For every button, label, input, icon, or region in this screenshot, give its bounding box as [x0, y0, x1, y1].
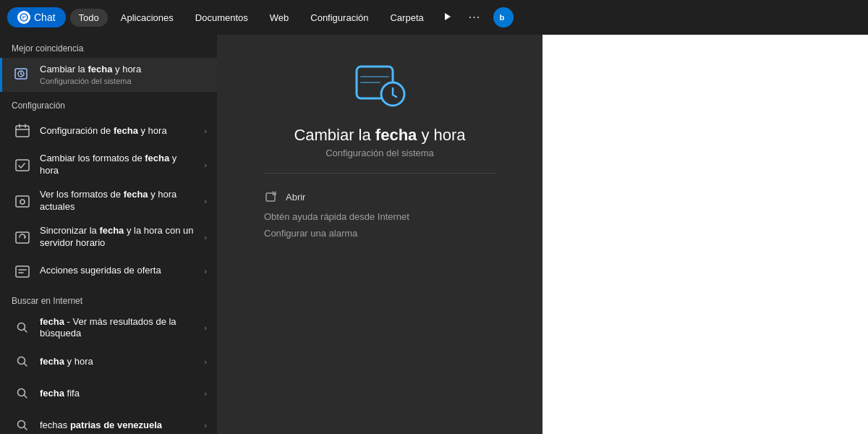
main-content: Mejor coincidencia Cambiar la fecha y ho…: [0, 35, 868, 434]
search-icon-1: [12, 352, 33, 372]
chevron-icon-internet-1: ›: [204, 357, 207, 366]
chat-label: Chat: [34, 12, 56, 23]
chevron-icon-internet-3: ›: [204, 421, 207, 430]
config-item-1[interactable]: Cambiar los formatos de fecha y hora ›: [0, 147, 217, 183]
config-item-2[interactable]: Ver los formatos de fecha y hora actuale…: [0, 183, 217, 219]
open-label: Abrir: [286, 192, 305, 203]
internet-header: Buscar en Internet: [0, 287, 217, 310]
config-item-3[interactable]: Sincronizar la fecha y la hora con un se…: [0, 219, 217, 255]
tab-configuracion[interactable]: Configuración: [302, 9, 377, 27]
play-icon-button[interactable]: [437, 9, 459, 27]
best-match-title: Cambiar la fecha y hora: [40, 64, 207, 76]
sync-icon: [12, 227, 33, 247]
config-item-1-title: Cambiar los formatos de fecha y hora: [40, 153, 197, 177]
internet-item-1[interactable]: fecha y hora ›: [0, 346, 217, 378]
config-item-1-text: Cambiar los formatos de fecha y hora: [40, 153, 197, 177]
tab-aplicaciones[interactable]: Aplicaciones: [112, 9, 182, 27]
svg-rect-7: [16, 196, 29, 207]
date-settings-icon: [12, 121, 33, 141]
open-action[interactable]: Abrir: [264, 185, 495, 208]
config-item-0-text: Configuración de fecha y hora: [40, 125, 197, 137]
config-item-4[interactable]: Acciones sugeridas de oferta ›: [0, 255, 217, 287]
search-icon-2: [12, 383, 33, 404]
open-icon: [264, 191, 278, 203]
chevron-icon-2: ›: [204, 197, 207, 205]
best-match-subtitle: Configuración del sistema: [40, 76, 207, 86]
internet-item-3-text: fechas patrias de venezuela: [40, 420, 197, 432]
chevron-icon-internet-0: ›: [204, 323, 207, 332]
internet-item-3-title: fechas patrias de venezuela: [40, 420, 197, 432]
search-icon-3: [12, 415, 33, 434]
alarm-action[interactable]: Configurar una alarma: [264, 225, 495, 242]
chat-button[interactable]: Chat: [7, 7, 66, 27]
svg-rect-5: [16, 126, 29, 137]
svg-marker-1: [445, 13, 451, 20]
tab-documentos[interactable]: Documentos: [187, 9, 257, 27]
view-format-icon: [12, 191, 33, 211]
config-item-2-title: Ver los formatos de fecha y hora actuale…: [40, 189, 197, 213]
best-match-item[interactable]: Cambiar la fecha y hora Configuración de…: [0, 58, 217, 92]
config-item-3-text: Sincronizar la fecha y la hora con un se…: [40, 225, 197, 250]
internet-item-2-title: fecha fifa: [40, 388, 197, 400]
config-item-3-title: Sincronizar la fecha y la hora con un se…: [40, 225, 197, 250]
detail-main-icon: [351, 56, 409, 114]
suggested-actions-icon: [12, 261, 33, 281]
clock-settings-icon: [12, 65, 33, 85]
internet-item-1-title: fecha y hora: [40, 356, 197, 368]
right-panel: Cambiar la fecha y hora Configuración de…: [217, 35, 542, 434]
quick-help-text: Obtén ayuda rápida desde Internet: [264, 208, 495, 225]
svg-rect-10: [16, 266, 29, 277]
svg-point-0: [20, 14, 27, 21]
config-item-2-text: Ver los formatos de fecha y hora actuale…: [40, 189, 197, 213]
chevron-icon-internet-2: ›: [204, 389, 207, 398]
config-item-4-text: Acciones sugeridas de oferta: [40, 265, 197, 277]
tab-web[interactable]: Web: [261, 9, 298, 27]
chat-icon: [17, 11, 30, 24]
detail-subtitle: Configuración del sistema: [326, 148, 434, 158]
chevron-icon-4: ›: [204, 267, 207, 276]
internet-item-0-title: fecha - Ver más resultados de la búsqued…: [40, 316, 197, 341]
internet-item-1-text: fecha y hora: [40, 356, 197, 368]
left-panel: Mejor coincidencia Cambiar la fecha y ho…: [0, 35, 217, 434]
tab-carpeta[interactable]: Carpeta: [381, 9, 432, 27]
bing-button[interactable]: b: [493, 7, 514, 27]
format-change-icon: [12, 155, 33, 175]
chevron-icon-0: ›: [204, 127, 207, 135]
search-icon-0: [12, 318, 33, 338]
config-header: Configuración: [0, 92, 217, 115]
internet-item-3[interactable]: fechas patrias de venezuela ›: [0, 409, 217, 434]
config-item-0[interactable]: Configuración de fecha y hora ›: [0, 115, 217, 147]
svg-point-8: [20, 200, 25, 204]
best-match-text: Cambiar la fecha y hora Configuración de…: [40, 64, 207, 86]
config-item-4-title: Acciones sugeridas de oferta: [40, 265, 197, 277]
config-item-0-title: Configuración de fecha y hora: [40, 125, 197, 137]
internet-item-0[interactable]: fecha - Ver más resultados de la búsqued…: [0, 310, 217, 346]
internet-item-2[interactable]: fecha fifa ›: [0, 378, 217, 409]
svg-text:b: b: [499, 13, 504, 22]
white-area: [542, 35, 868, 434]
chevron-icon-3: ›: [204, 233, 207, 242]
chevron-icon-1: ›: [204, 161, 207, 169]
more-options-button[interactable]: ···: [463, 8, 486, 27]
detail-title: Cambiar la fecha y hora: [294, 126, 465, 145]
internet-item-2-text: fecha fifa: [40, 388, 197, 400]
internet-item-0-text: fecha - Ver más resultados de la búsqued…: [40, 316, 197, 341]
best-match-header: Mejor coincidencia: [0, 35, 217, 58]
top-bar: Chat Todo Aplicaciones Documentos Web Co…: [0, 0, 868, 35]
detail-divider: [264, 173, 495, 174]
tab-todo[interactable]: Todo: [70, 9, 108, 27]
